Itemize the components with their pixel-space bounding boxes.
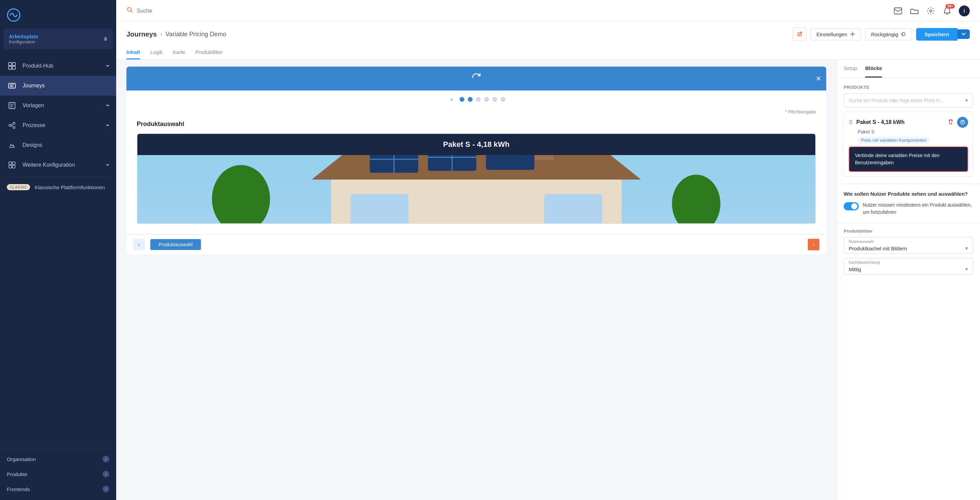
sidebar-item-produkt-hub[interactable]: Produkt-Hub [0,56,116,76]
external-link-button[interactable] [793,27,807,41]
sidebar-item-prozesse[interactable]: Prozesse [0,116,116,135]
svg-rect-12 [9,165,12,168]
dot-1[interactable] [460,97,465,102]
svg-rect-29 [486,155,535,170]
svg-rect-2 [12,62,15,65]
product-sub-label: Paket S [858,129,968,135]
sidebar-bottom: Organisation i Produkte i Frontends i [0,448,116,500]
tab-produktfilter[interactable]: Produktfilter [196,46,223,59]
preview-nav: ‹ [126,90,826,106]
search-icon [126,6,133,15]
prozesse-icon [7,120,17,130]
product-price-badge: Preis mit variablen Komponenten [858,137,930,144]
svg-point-8 [13,122,15,124]
prev-step-button[interactable]: ‹ [133,239,145,250]
svg-rect-1 [8,62,12,65]
produkte-section-label: Produkte [844,85,973,90]
dot-2[interactable] [468,97,473,102]
chevron-down-icon [106,105,109,106]
mail-icon[interactable] [893,6,903,16]
product-item-header: ⠿ Paket S - 4,18 kWh [849,117,968,128]
product-search-placeholder: Suche ein Produkt oder füge einen Preis … [849,98,944,103]
info-icon: i [102,471,109,478]
toggle-switch[interactable] [844,202,859,210]
panel-selection-section: Wie sollen Nutzer Produkte sehen und aus… [837,184,980,223]
sidebar-item-label: Weitere Konfiguration [22,162,75,168]
undo-button[interactable]: Rückgängig [865,29,912,40]
kachelausrichtung-dropdown[interactable]: Kachelausrichtung Mittig ▾ [844,258,973,275]
dropdown-chevron-icon: ▾ [965,266,968,272]
panel-produkte-section: Produkte Suche ein Produkt oder füge ein… [837,78,980,184]
preview-content: * Pflichteingabe Produktauswahl Paket S … [126,106,826,234]
avatar[interactable]: i [959,5,970,16]
sidebar-item-label: Designs [22,142,42,148]
sidebar-item-classic[interactable]: CLASSIC Klassische Plattformfunktionen [0,179,116,195]
sidebar-nav: Produkt-Hub Journeys Vorlagen [0,52,116,448]
product-card-title: Paket S - 4,18 kWh [137,134,815,155]
right-panel: Setup Blöcke Produkte Suche ein Produkt … [837,60,980,500]
frontends-label: Frontends [7,486,102,492]
panel-tab-setup[interactable]: Setup [844,60,857,78]
save-dropdown-button[interactable] [958,29,970,39]
nutzerauswahl-dropdown[interactable]: Nutzerauswahl Produktkachel mit Bildern … [844,237,973,254]
produktbilder-label: Produktbilder [844,229,973,233]
search-input[interactable] [137,8,205,14]
sidebar-item-vorlagen[interactable]: Vorlagen [0,96,116,116]
svg-point-16 [930,10,932,12]
chevron-down-icon [106,164,109,166]
cube-icon [7,61,17,71]
dropdown-chevron-icon: ▾ [965,97,968,103]
sidebar-item-organisation[interactable]: Organisation i [0,451,116,467]
product-search-dropdown[interactable]: Suche ein Produkt oder füge einen Preis … [844,93,973,108]
settings-icon[interactable] [926,6,935,16]
organisation-label: Organisation [7,456,102,462]
dropdown-chevron-icon: ▾ [965,245,968,251]
tab-inhalt[interactable]: Inhalt [126,46,140,59]
breadcrumb-journeys[interactable]: Journeys [126,30,157,38]
dot-4[interactable] [484,97,489,102]
panel-tabs: Setup Blöcke [837,60,980,78]
step-label-button[interactable]: Produktauswahl [150,239,201,250]
folder-icon[interactable] [910,6,919,16]
svg-rect-3 [8,66,12,69]
drag-handle-icon[interactable]: ⠿ [849,119,853,126]
svg-point-7 [9,124,11,126]
sidebar-item-designs[interactable]: Designs [0,135,116,155]
chevron-down-icon [106,125,109,126]
vorlagen-icon [7,100,17,111]
save-button[interactable]: Speichern [916,28,958,41]
settings-button[interactable]: Einstellungen [810,29,861,40]
dot-6[interactable] [501,97,505,102]
dot-3[interactable] [476,97,481,102]
dot-5[interactable] [492,97,497,102]
tab-karte[interactable]: Karte [173,46,185,59]
preview-close-button[interactable]: ✕ [816,75,821,83]
step-label: Produktauswahl [159,242,193,247]
main-content: 99+ i Journeys › Variable Pricing Demo E… [116,0,980,500]
tabs: Inhalt Logik Karte Produktfilter [126,46,970,59]
panel-tab-bloecke[interactable]: Blöcke [865,60,882,78]
sidebar-item-label: Produkt-Hub [22,63,53,69]
workspace-sublabel: Konfiguration [9,39,38,44]
tab-logik[interactable]: Logik [150,46,163,59]
panel-produktbilder-section: Produktbilder Nutzerauswahl Produktkache… [837,223,980,280]
journeys-icon [7,81,17,91]
sidebar-item-frontends[interactable]: Frontends i [0,481,116,497]
topbar-actions: 99+ i [893,5,970,16]
workspace-section[interactable]: Arbeitsplatz Konfiguration [3,29,113,49]
toggle-label: Nutzer müssen mindestens ein Produkt aus… [863,202,973,216]
prev-arrow-button[interactable]: ‹ [447,95,457,103]
variable-price-button[interactable] [957,117,968,128]
svg-rect-4 [12,66,15,69]
sidebar: Arbeitsplatz Konfiguration Produkt-Hub [0,0,116,500]
product-preview-card: Paket S - 4,18 kWh [137,133,816,224]
sidebar-item-produkte[interactable]: Produkte i [0,467,116,481]
svg-rect-26 [544,194,602,223]
notification-icon[interactable]: 99+ [942,6,952,16]
preview-bottom: ‹ Produktauswahl › [126,234,826,254]
sidebar-item-weitere[interactable]: Weitere Konfiguration [0,155,116,175]
next-step-button[interactable]: › [808,239,819,250]
delete-product-button[interactable] [948,119,954,126]
classic-label: Klassische Plattformfunktionen [35,184,105,190]
sidebar-item-journeys[interactable]: Journeys [0,76,116,96]
